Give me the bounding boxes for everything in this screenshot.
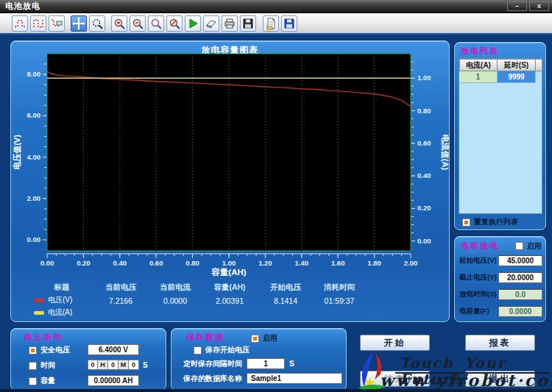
col-header-delay[interactable]: 延时(S) [498,59,536,71]
zoom-reset-icon [149,17,163,30]
zoom-reset-button[interactable] [148,15,164,32]
zoom-in-button[interactable] [111,15,127,32]
time-hours-input[interactable]: 0 [88,360,98,370]
zoom-region-button[interactable] [166,15,183,32]
cap-cutoff-voltage-input[interactable]: 20.0000 [498,272,542,283]
open-report-button[interactable] [263,15,279,32]
chart-svg[interactable]: 0.002.004.006.008.000.000.200.400.600.80… [11,41,450,323]
seconds-unit-label: S [143,361,148,369]
time-seconds-input[interactable]: 0 [129,360,139,370]
cap-enable-checkbox[interactable] [515,242,523,250]
close-button[interactable]: x [529,1,549,11]
start-discharge-button[interactable]: 开始 [360,335,430,351]
row-cell-delay[interactable]: 9999 [498,71,536,83]
zoom-dynamic-button[interactable] [89,15,105,32]
curve-style-2-icon [32,17,45,30]
floppy-save-icon [241,17,255,30]
db-name-input[interactable]: Sample1 [247,373,342,384]
discharge-list-grid[interactable]: 电流(A) 延时(S) 1 9999 [459,58,542,214]
repeat-list-row[interactable]: 重复执行列表 [462,217,518,227]
time-row[interactable]: 时间 [29,360,55,371]
capacity-checkbox[interactable] [29,377,37,385]
db-name-label: 保存的数据库名称 [183,374,242,384]
row-cell-current[interactable]: 1 [459,71,498,83]
minimize-button[interactable]: – [507,1,527,11]
repeat-list-checkbox[interactable] [462,218,470,227]
time-minutes-input[interactable]: 0 [108,360,118,370]
window-title: 电池放电 [0,1,40,12]
safety-voltage-input[interactable]: 6.4000 V [88,344,139,355]
document-icon [264,17,277,30]
cap-enable-row[interactable]: 启用 [515,241,542,252]
svg-text:1.00: 1.00 [222,259,236,267]
svg-text:6.00: 6.00 [27,111,41,119]
window-bottom-edge [0,389,552,392]
save-start-voltage-checkbox[interactable] [194,346,202,354]
floppy-export-icon [283,17,296,30]
save-start-voltage-row[interactable]: 保存开始电压 [194,345,250,355]
cap-start-voltage-input[interactable]: 45.0000 [498,255,542,266]
cap-discharge-time-field: 0.0 [498,289,542,300]
run-button[interactable] [185,15,201,32]
discharge-list-panel: 放电列表 电流(A) 延时(S) 1 9999 重复执行列表 [454,42,546,230]
current-swatch [34,311,44,315]
zoom-in-icon [113,17,126,30]
stop-conditions-title: 终止条件 [24,332,63,343]
svg-text:0.60: 0.60 [149,259,163,267]
svg-text:0.20: 0.20 [417,204,431,212]
legend-entry-current: 电流(A) [28,307,96,318]
pan-tool-button[interactable] [71,15,87,32]
legend-entry-voltage: 电压(V) [28,295,96,305]
pan-crosshair-icon [72,17,85,30]
printer-icon [223,17,236,30]
zoom-out-button[interactable] [130,15,146,32]
discharge-time-row: 放电时间(S) 0.0 [459,289,542,300]
interval-label: 定时保存间隔时间 [183,359,242,369]
capacity-input[interactable]: 0.00000 AH [88,375,139,386]
repeat-list-label: 重复执行列表 [474,217,518,227]
capacitance-field: 0.0000 [498,306,542,317]
safety-voltage-label: 安全电压 [40,345,70,355]
zoom-out-icon [131,17,144,30]
voltage-swatch [34,299,44,302]
title-bar: 电池放电 – x [0,0,552,13]
safety-voltage-checkbox[interactable] [29,346,37,354]
interval-input[interactable]: 1 [247,358,285,369]
svg-text:0.00: 0.00 [40,259,54,267]
svg-text:0.00: 0.00 [417,237,431,245]
zoom-dynamic-icon [91,17,104,30]
capacity-row[interactable]: 容量 [29,376,55,386]
time-label: 时间 [40,360,55,371]
curve-style-2-button[interactable] [30,15,46,32]
col-header-current[interactable]: 电流(A) [459,59,498,71]
curve-style-1-button[interactable] [12,15,28,32]
svg-text:1.00: 1.00 [417,74,431,82]
save-button[interactable] [240,15,256,32]
safety-voltage-row[interactable]: 安全电压 [29,345,70,355]
svg-text:0.40: 0.40 [417,171,431,179]
capacitance-row: 电容量(F) 0.0000 [459,306,542,317]
svg-text:0.20: 0.20 [77,259,91,267]
export-data-button[interactable] [281,15,297,32]
curve-style-3-button[interactable] [49,15,65,32]
print-button[interactable] [222,15,238,32]
svg-text:4.00: 4.00 [27,153,41,161]
svg-text:电压值(V): 电压值(V) [13,135,21,170]
eraser-icon [205,17,218,30]
cap-enable-label: 启用 [527,241,542,252]
elapsed-time-value: 01:59:37 [305,296,373,305]
erase-button[interactable] [203,15,219,32]
end-button: 结束 [360,371,430,387]
save-start-voltage-label: 保存开始电压 [205,345,250,355]
svg-text:容量(AH): 容量(AH) [210,267,246,277]
zoom-region-icon [168,17,181,30]
curve-style-1-icon [13,17,26,30]
exit-button[interactable]: 退出 [465,371,535,387]
save-enable-row[interactable]: 启用 [251,333,277,343]
hours-unit-label: H [98,360,108,370]
svg-text:1.60: 1.60 [331,259,345,267]
time-checkbox[interactable] [29,362,37,370]
report-button[interactable]: 报表 [465,335,535,351]
save-enable-label: 启用 [263,333,277,343]
save-enable-checkbox[interactable] [251,335,259,343]
